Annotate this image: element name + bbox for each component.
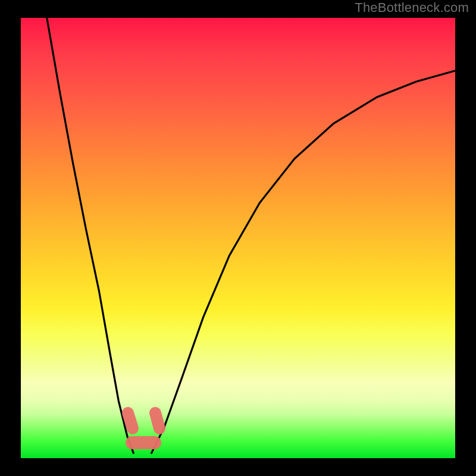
curve-layer bbox=[0, 0, 476, 476]
marker-right-lobe bbox=[155, 413, 159, 428]
bottleneck-curve-left bbox=[47, 18, 134, 454]
chart-frame: TheBottleneck.com bbox=[0, 0, 476, 476]
marker-left-lobe bbox=[128, 413, 133, 428]
bottleneck-curve-right bbox=[151, 71, 455, 454]
